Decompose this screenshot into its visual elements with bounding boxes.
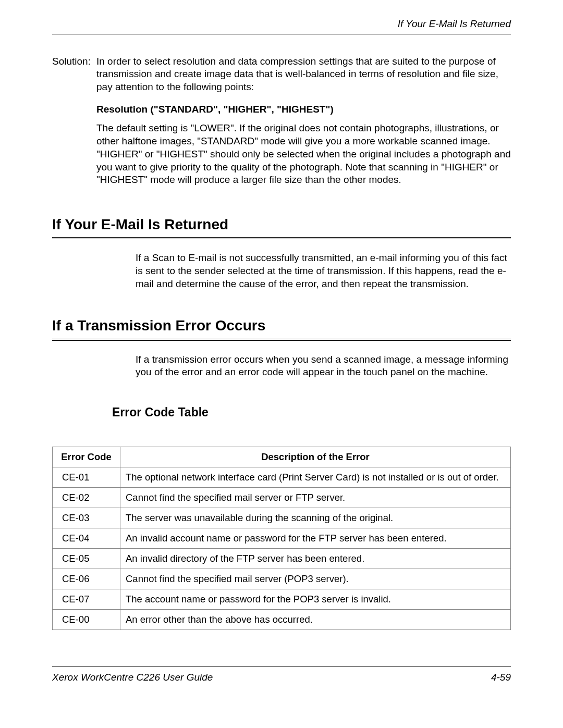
section-heading-transmission-error: If a Transmission Error Occurs <box>52 316 511 340</box>
section-body-transmission-error: If a transmission error occurs when you … <box>136 353 511 379</box>
solution-label: Solution: <box>52 55 96 94</box>
section-body-email-returned: If a Scan to E-mail is not successfully … <box>136 252 511 290</box>
table-cell-code: CE-07 <box>53 589 120 610</box>
section-heading-email-returned: If Your E-Mail Is Returned <box>52 215 511 239</box>
page-footer: Xerox WorkCentre C226 User Guide 4-59 <box>52 667 511 684</box>
table-cell-code: CE-05 <box>53 549 120 569</box>
table-cell-desc: The account name or password for the POP… <box>120 589 511 610</box>
table-row: CE-00An error other than the above has o… <box>53 610 511 630</box>
table-row: CE-01The optional network interface card… <box>53 467 511 488</box>
table-cell-desc: The optional network interface card (Pri… <box>120 467 511 488</box>
table-row: CE-07The account name or password for th… <box>53 589 511 610</box>
table-row: CE-04An invalid account name or password… <box>53 528 511 549</box>
table-cell-code: CE-02 <box>53 488 120 508</box>
table-row: CE-02Cannot find the specified mail serv… <box>53 488 511 508</box>
solution-block: Solution: In order to select resolution … <box>52 55 511 94</box>
subsection-error-code-table: Error Code Table <box>112 405 511 421</box>
table-row: CE-06Cannot find the specified mail serv… <box>53 569 511 589</box>
error-code-table: Error Code Description of the Error CE-0… <box>52 447 511 630</box>
footer-left: Xerox WorkCentre C226 User Guide <box>52 671 213 684</box>
table-cell-desc: The server was unavailable during the sc… <box>120 508 511 528</box>
table-cell-desc: An invalid directory of the FTP server h… <box>120 549 511 569</box>
table-cell-desc: Cannot find the specified mail server (P… <box>120 569 511 589</box>
table-cell-desc: Cannot find the specified mail server or… <box>120 488 511 508</box>
solution-text: In order to select resolution and data c… <box>96 55 511 94</box>
table-cell-code: CE-03 <box>53 508 120 528</box>
footer-right: 4-59 <box>491 671 511 684</box>
resolution-subheading: Resolution ("STANDARD", "HIGHER", "HIGHE… <box>96 103 511 116</box>
table-cell-desc: An invalid account name or password for … <box>120 528 511 549</box>
resolution-body: The default setting is "LOWER". If the o… <box>96 122 511 186</box>
table-row: CE-03The server was unavailable during t… <box>53 508 511 528</box>
table-cell-code: CE-06 <box>53 569 120 589</box>
table-cell-desc: An error other than the above has occurr… <box>120 610 511 630</box>
table-cell-code: CE-01 <box>53 467 120 488</box>
table-row: CE-05An invalid directory of the FTP ser… <box>53 549 511 569</box>
table-header-desc: Description of the Error <box>120 447 511 467</box>
table-cell-code: CE-00 <box>53 610 120 630</box>
table-header-row: Error Code Description of the Error <box>53 447 511 467</box>
running-header: If Your E-Mail Is Returned <box>52 18 511 34</box>
table-header-code: Error Code <box>53 447 120 467</box>
table-cell-code: CE-04 <box>53 528 120 549</box>
